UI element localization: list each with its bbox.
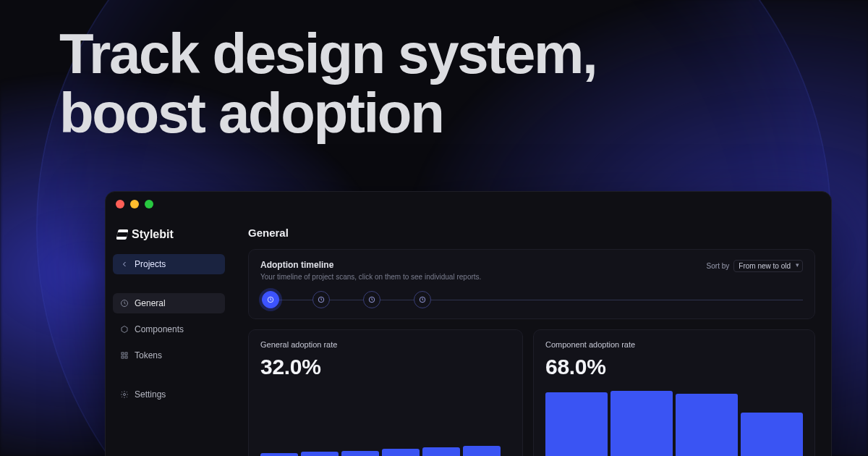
gear-icon (120, 390, 129, 399)
scan-node[interactable] (312, 291, 330, 308)
sidebar-item-tokens[interactable]: Tokens (113, 345, 225, 366)
chart-bar (676, 394, 738, 456)
scan-node[interactable] (262, 291, 279, 308)
scan-timeline (260, 291, 803, 308)
sidebar-item-settings[interactable]: Settings (113, 384, 225, 405)
maximize-icon[interactable] (145, 200, 153, 208)
page-title: General (248, 227, 815, 239)
brand-logo[interactable]: Stylebit (113, 225, 225, 248)
sidebar-item-general[interactable]: General (113, 293, 225, 313)
chart-bar (741, 413, 803, 456)
chart-bar (545, 392, 608, 456)
hero-line-2: boost adoption (59, 81, 443, 145)
sidebar-item-label: Settings (135, 389, 166, 400)
chart-bar (463, 446, 501, 456)
sort-value: From new to old (739, 262, 791, 270)
sidebar: Stylebit Projects General Components (106, 216, 232, 456)
component-adoption-chart (545, 391, 803, 456)
sidebar-item-label: Tokens (135, 350, 162, 360)
hero-headline: Track design system, boost adoption (59, 25, 596, 143)
app-body: Stylebit Projects General Components (106, 216, 831, 456)
hexagon-icon (120, 325, 129, 334)
sort-select[interactable]: From new to old (733, 260, 803, 272)
metric-title: Component adoption rate (545, 340, 803, 349)
sidebar-item-projects[interactable]: Projects (113, 254, 225, 274)
brand-name: Stylebit (132, 228, 174, 241)
chart-bar (341, 451, 379, 456)
chart-bar (301, 452, 339, 456)
chart-bar (382, 449, 420, 456)
app-window: Stylebit Projects General Components (105, 191, 832, 456)
general-adoption-chart (260, 391, 511, 456)
timeline-title: Adoption timeline (260, 260, 481, 270)
svg-point-5 (124, 394, 126, 396)
svg-rect-3 (122, 356, 124, 358)
sort-label: Sort by (707, 262, 730, 270)
sidebar-item-label: General (135, 298, 166, 308)
sort-control: Sort by From new to old (707, 260, 803, 272)
general-adoption-panel: General adoption rate 32.0% (248, 329, 523, 456)
sidebar-item-label: Components (135, 324, 184, 334)
window-traffic-lights (106, 192, 831, 216)
grid-icon (120, 351, 129, 360)
metric-value: 32.0% (260, 355, 511, 379)
scan-node[interactable] (414, 291, 431, 308)
metrics-row: General adoption rate 32.0% Component ad… (248, 329, 815, 456)
sidebar-item-label: Projects (135, 259, 166, 269)
component-adoption-panel: Component adoption rate 68.0% (533, 329, 815, 456)
sidebar-item-components[interactable]: Components (113, 319, 225, 339)
svg-rect-1 (122, 352, 124, 355)
arrow-left-icon (120, 260, 129, 269)
metric-value: 68.0% (545, 355, 803, 379)
chart-bar (610, 391, 673, 456)
svg-rect-4 (125, 356, 127, 358)
minimize-icon[interactable] (130, 200, 139, 208)
chart-bar (260, 453, 298, 456)
adoption-timeline-panel: Adoption timeline Your timeline of proje… (248, 249, 815, 319)
close-icon[interactable] (116, 200, 124, 208)
brand-logo-mark-icon (116, 229, 129, 240)
svg-rect-2 (125, 352, 127, 355)
main-content: General Adoption timeline Your timeline … (232, 216, 831, 456)
clock-icon (120, 299, 129, 308)
chart-bar (422, 447, 460, 456)
timeline-subtitle: Your timeline of project scans, click on… (260, 273, 481, 281)
metric-title: General adoption rate (260, 340, 511, 349)
hero-line-1: Track design system, (59, 22, 596, 85)
scan-node[interactable] (363, 291, 380, 308)
